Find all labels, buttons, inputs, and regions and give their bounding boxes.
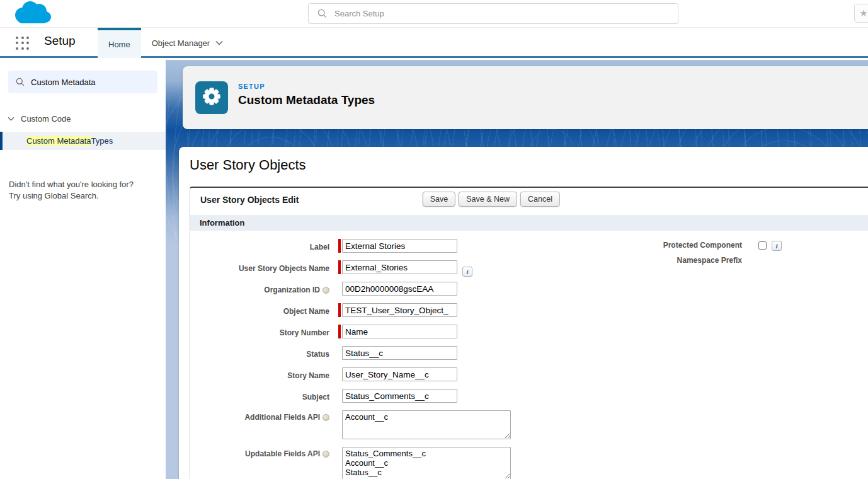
field-label: Story Number (190, 322, 337, 343)
chevron-down-icon (215, 40, 223, 45)
field-label: Additional Fields API (244, 413, 320, 422)
field-label: Subject (190, 386, 337, 408)
nav-tabs: Home Object Manager (98, 28, 234, 58)
required-bar (338, 260, 341, 274)
global-search (308, 3, 678, 24)
search-icon (16, 78, 25, 86)
field-row-additional-fields-api: Additional Fields API Account__c (190, 408, 511, 444)
additional-fields-api-textarea[interactable]: Account__c (342, 410, 511, 439)
form-body: Label User Story Objects Name i Organiza… (190, 231, 868, 479)
sidebar-item-custom-code[interactable]: Custom Code (8, 114, 166, 124)
hint-line-1: Didn't find what you're looking for? (9, 179, 157, 190)
field-row-story-number: Story Number (190, 322, 511, 343)
global-header: ★ (0, 0, 868, 28)
page-header-card: SETUP Custom Metadata Types (183, 66, 868, 129)
info-icon[interactable]: i (772, 241, 782, 251)
help-icon[interactable] (323, 451, 329, 458)
top-button-row: Save Save & New Cancel (423, 192, 560, 207)
updatable-fields-api-textarea[interactable]: Status_Comments__c Account__c Status__c (342, 447, 511, 479)
user-story-objects-name-input[interactable] (342, 260, 457, 274)
field-row-subject: Subject (190, 386, 511, 408)
section-header-information: Information (190, 215, 868, 231)
app-launcher-icon[interactable] (16, 37, 30, 50)
gear-icon (202, 87, 221, 108)
search-icon (317, 9, 327, 18)
form-edit-title: User Story Objects Edit (200, 195, 299, 205)
tab-object-manager-label: Object Manager (152, 38, 210, 48)
custom-code-label: Custom Code (21, 114, 71, 124)
setup-eyebrow: SETUP (238, 83, 375, 90)
field-label: Protected Component (637, 237, 750, 253)
field-row-status: Status (190, 343, 511, 365)
field-row-story-name: Story Name (190, 365, 511, 386)
protected-component-checkbox[interactable] (758, 241, 767, 250)
tab-home[interactable]: Home (98, 28, 141, 58)
sidebar-footer-hint: Didn't find what you're looking for? Try… (9, 179, 157, 202)
page-header-text: SETUP Custom Metadata Types (238, 83, 375, 107)
field-row-protected-component: Protected Component i (637, 237, 782, 253)
story-name-input[interactable] (342, 367, 457, 381)
setup-app-title: Setup (44, 34, 76, 48)
label-input[interactable] (342, 239, 457, 253)
story-number-input[interactable] (342, 325, 457, 338)
left-field-table: Label User Story Objects Name i Organiza… (190, 236, 511, 479)
item-label-rest: Types (91, 136, 113, 146)
help-icon[interactable] (323, 287, 329, 294)
field-row-object-name-api: User Story Objects Name i (190, 258, 511, 279)
salesforce-setup-app: ★ Setup Home Object Manager (0, 0, 868, 479)
hint-line-2: Try using Global Search. (9, 190, 157, 202)
setup-content-region: SETUP Custom Metadata Types User Story O… (166, 60, 868, 479)
right-field-column: Protected Component i Namespace Prefix (637, 237, 782, 267)
field-label: Organization ID (264, 286, 320, 294)
tab-home-label: Home (108, 40, 130, 49)
search-setup-input[interactable] (334, 9, 678, 18)
setup-gear-tile (195, 81, 228, 114)
subject-input[interactable] (342, 389, 457, 403)
field-label: Updatable Fields API (245, 449, 320, 458)
field-row-label: Label (190, 236, 511, 258)
salesforce-logo[interactable] (10, 0, 55, 30)
quick-find-box (8, 71, 157, 93)
page-header-title: Custom Metadata Types (238, 93, 375, 107)
field-row-updatable-fields-api: Updatable Fields API Status_Comments__c … (190, 444, 511, 479)
info-icon[interactable]: i (462, 267, 472, 277)
setup-sidebar: Custom Code Custom Metadata Types Didn't… (0, 60, 166, 479)
field-label: Story Name (190, 365, 337, 386)
setup-navbar: Setup Home Object Manager (0, 28, 868, 58)
form-header: User Story Objects Edit Save Save & New … (190, 188, 868, 212)
edit-form: User Story Objects Edit Save Save & New … (190, 187, 868, 479)
organization-id-input[interactable] (342, 282, 457, 296)
required-bar (338, 303, 341, 317)
field-label: Object Name (190, 301, 337, 322)
save-and-new-button[interactable]: Save & New (459, 192, 517, 207)
field-label: User Story Objects Name (190, 258, 337, 279)
quick-find-input[interactable] (31, 78, 144, 87)
chevron-down-icon (8, 117, 14, 121)
field-label: Namespace Prefix (637, 253, 750, 267)
required-bar (338, 325, 341, 338)
quick-find-match-highlight: Custom Metadata (26, 136, 91, 146)
help-icon[interactable] (323, 414, 329, 421)
status-input[interactable] (342, 346, 457, 360)
field-row-object-name: Object Name (190, 301, 511, 322)
tab-object-manager[interactable]: Object Manager (141, 28, 234, 58)
field-label: Label (190, 236, 337, 258)
cancel-button[interactable]: Cancel (520, 192, 560, 207)
object-name-input[interactable] (342, 303, 457, 317)
required-bar (338, 239, 341, 253)
field-row-organization-id: Organization ID (190, 279, 511, 301)
record-title: User Story Objects (190, 157, 868, 173)
star-icon: ★ (859, 8, 867, 18)
save-button[interactable]: Save (423, 192, 456, 207)
favorites-button[interactable]: ★ (854, 4, 868, 23)
content-card: User Story Objects User Story Objects Ed… (179, 147, 868, 479)
field-label: Status (190, 343, 337, 365)
field-row-namespace-prefix: Namespace Prefix (637, 253, 782, 267)
sidebar-item-custom-metadata-types[interactable]: Custom Metadata Types (0, 132, 166, 150)
